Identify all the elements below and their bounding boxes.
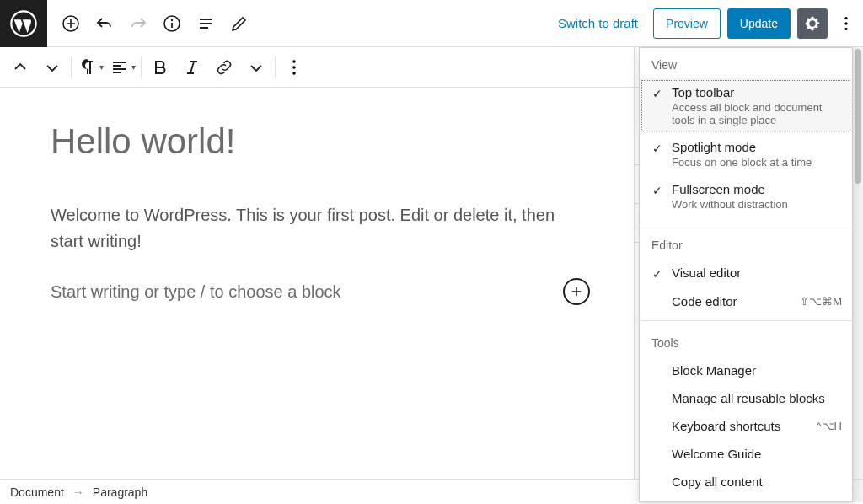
menu-item-spotlight-mode[interactable]: ✓ Spotlight mode Focus on one block at a… — [640, 133, 852, 175]
align-left-icon — [110, 57, 130, 78]
menu-item-label: Top toolbar — [672, 85, 842, 99]
toolbar-separator — [71, 56, 72, 78]
undo-button[interactable] — [89, 8, 120, 39]
keyboard-shortcut: ^⌥H — [810, 420, 843, 432]
menu-item-top-toolbar[interactable]: ✓ Top toolbar Access all block and docum… — [640, 78, 852, 133]
bold-button[interactable] — [145, 52, 175, 83]
menu-item-help[interactable]: Help — [640, 496, 852, 502]
chevron-up-icon — [10, 57, 30, 78]
menu-item-code-editor[interactable]: Code editor ⇧⌥⌘M — [640, 287, 852, 315]
add-block-button[interactable] — [56, 8, 86, 39]
menu-item-label: Code editor — [672, 294, 737, 308]
info-icon — [162, 13, 182, 34]
outline-button[interactable] — [190, 8, 221, 39]
block-more-button[interactable] — [279, 52, 309, 83]
italic-button[interactable] — [177, 52, 207, 83]
caret-icon: ▾ — [99, 62, 104, 72]
menu-item-label: Welcome Guide — [672, 447, 761, 461]
menu-group-tools: Tools — [640, 326, 852, 357]
preview-button[interactable]: Preview — [653, 8, 721, 39]
menu-item-desc: Work without distraction — [672, 198, 842, 211]
menu-item-fullscreen-mode[interactable]: ✓ Fullscreen mode Work without distracti… — [640, 175, 852, 217]
italic-icon — [182, 57, 202, 78]
pencil-icon — [229, 13, 249, 34]
plus-icon — [569, 284, 584, 299]
inline-inserter-button[interactable] — [563, 278, 590, 305]
check-icon: ✓ — [650, 85, 665, 100]
more-rich-text-button[interactable] — [241, 52, 271, 83]
topbar-right-actions: Switch to draft Preview Update — [549, 8, 863, 39]
menu-item-copy-all[interactable]: Copy all content — [640, 468, 852, 496]
topbar-left-tools — [47, 8, 263, 39]
placeholder-text: Start writing or type / to choose a bloc… — [51, 282, 341, 302]
toolbar-separator — [275, 56, 276, 78]
caret-icon: ▾ — [131, 62, 136, 72]
menu-item-label: Block Manager — [672, 363, 756, 378]
menu-separator — [640, 223, 852, 223]
gear-icon — [803, 14, 822, 33]
menu-item-label: Spotlight mode — [672, 140, 842, 154]
menu-item-reusable-blocks[interactable]: Manage all reusable blocks — [640, 384, 852, 412]
info-button[interactable] — [157, 8, 187, 39]
list-icon — [196, 13, 216, 34]
wordpress-logo[interactable] — [0, 0, 47, 47]
menu-item-label: Keyboard shortcuts — [672, 419, 780, 433]
settings-button[interactable] — [797, 8, 828, 39]
svg-point-3 — [171, 19, 173, 20]
menu-item-keyboard-shortcuts[interactable]: Keyboard shortcuts ^⌥H — [640, 412, 852, 440]
wordpress-icon — [10, 10, 37, 37]
empty-block[interactable]: Start writing or type / to choose a bloc… — [51, 278, 590, 305]
vertical-dots-icon — [284, 57, 304, 78]
link-icon — [214, 57, 234, 78]
undo-icon — [94, 13, 115, 34]
vertical-dots-icon — [837, 14, 855, 33]
check-icon: ✓ — [650, 182, 665, 197]
switch-to-draft-button[interactable]: Switch to draft — [549, 16, 646, 30]
svg-point-5 — [844, 22, 847, 24]
redo-icon — [128, 13, 148, 34]
more-options-button[interactable] — [834, 8, 858, 39]
keyboard-shortcut: ⇧⌥⌘M — [793, 295, 842, 308]
menu-item-welcome-guide[interactable]: Welcome Guide — [640, 440, 852, 468]
link-button[interactable] — [209, 52, 239, 83]
bold-icon — [150, 57, 170, 78]
options-menu: View ✓ Top toolbar Access all block and … — [639, 47, 853, 502]
svg-point-0 — [11, 11, 35, 35]
check-icon: ✓ — [650, 140, 665, 155]
menu-separator — [640, 320, 852, 321]
menu-group-editor: Editor — [640, 228, 852, 259]
svg-point-9 — [292, 72, 296, 75]
menu-item-desc: Access all block and document tools in a… — [672, 101, 842, 126]
edit-mode-button[interactable] — [224, 8, 255, 39]
redo-button[interactable] — [123, 8, 153, 39]
breadcrumb-root[interactable]: Document — [10, 485, 64, 499]
align-button[interactable]: ▾ — [107, 52, 137, 83]
menu-item-label: Copy all content — [672, 475, 763, 489]
svg-point-8 — [292, 66, 296, 69]
post-paragraph[interactable]: Welcome to WordPress. This is your first… — [51, 202, 590, 255]
move-up-button[interactable] — [5, 52, 35, 83]
chevron-down-icon — [246, 57, 266, 78]
menu-item-visual-editor[interactable]: ✓ Visual editor — [640, 259, 852, 287]
arrow-icon: → — [72, 485, 84, 499]
chevron-down-icon — [42, 57, 62, 78]
move-down-button[interactable] — [37, 52, 67, 83]
update-button[interactable]: Update — [727, 8, 791, 39]
svg-point-4 — [844, 16, 847, 19]
block-type-button[interactable]: ▾ — [75, 52, 105, 83]
menu-item-label: Visual editor — [672, 265, 842, 280]
paragraph-icon — [78, 57, 98, 78]
menu-item-block-manager[interactable]: Block Manager — [640, 357, 852, 384]
check-icon: ✓ — [650, 265, 665, 281]
menu-group-view: View — [640, 48, 852, 78]
editor-topbar: Switch to draft Preview Update — [0, 0, 863, 47]
toolbar-separator — [141, 56, 142, 78]
menu-item-desc: Focus on one block at a time — [672, 156, 842, 169]
svg-point-7 — [292, 60, 296, 63]
breadcrumb-leaf[interactable]: Paragraph — [93, 485, 147, 499]
menu-item-label: Fullscreen mode — [672, 182, 842, 196]
menu-item-label: Manage all reusable blocks — [672, 391, 825, 405]
svg-point-6 — [844, 27, 847, 29]
plus-circle-icon — [61, 13, 81, 34]
